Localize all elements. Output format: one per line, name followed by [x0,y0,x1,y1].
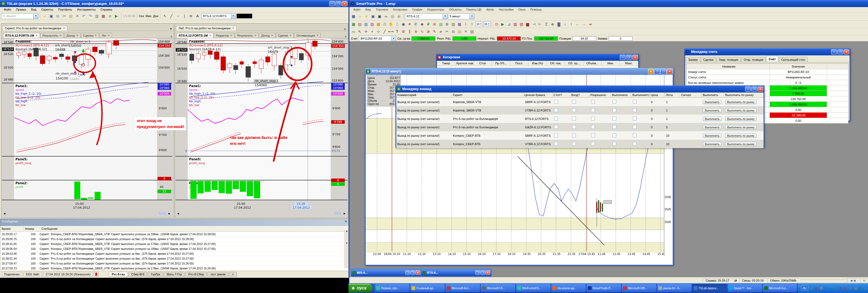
running-checkbox[interactable] [633,142,637,146]
menu-item[interactable]: Портфель [56,7,74,12]
run-icon[interactable]: ▶ [113,13,119,19]
workspace-tab[interactable]: Ртс-5-газ [109,272,128,277]
close-button[interactable]: ✕ [415,270,420,275]
menu-item[interactable]: Настройки [497,7,516,12]
close-tab-icon[interactable]: ✕ [76,34,79,37]
spin-field-2[interactable]: 10▲▼ [484,22,491,27]
workspace-tab[interactable]: тест риком [208,272,229,277]
users-icon[interactable]: ☻ [419,22,425,27]
entry-checkbox[interactable] [572,134,576,137]
smarttrade-titlebar[interactable]: ◔ SmartTrade Pro - 1.wsp [349,0,868,7]
col-allowed[interactable]: Разрешено [589,92,611,97]
command-row[interactable]: Выход по рынку (нет сигнала!) Корепов_SB… [396,98,764,106]
allowed-checkbox[interactable] [591,117,595,120]
workspace-tab[interactable]: ГазЛук [148,272,163,277]
menu-item[interactable]: Индикаторы [425,7,446,12]
minimize-button[interactable]: – [620,55,625,60]
col-lots[interactable]: Лоты [665,92,680,97]
done-checkbox[interactable] [613,125,616,129]
chart-icon[interactable]: ▥ [363,22,369,27]
running-checkbox[interactable] [633,125,637,129]
link-icon[interactable]: ∞ [383,13,389,19]
timeframe-unit[interactable]: Сек [139,14,144,18]
lab-chart[interactable]: 16'54016'52416'52016'50016'480154'400154… [176,38,347,216]
hline-icon[interactable]: − [175,13,181,19]
stop-checkbox[interactable] [554,117,558,120]
col-value[interactable]: Значение [770,64,827,69]
close-button[interactable]: ✕ [342,1,347,6]
menu-item[interactable]: Вид [29,7,38,12]
messages-scrollbar[interactable]: ▲▼ [344,230,349,268]
log-row[interactable]: 15:28:31.65 100 Скрипт: 'Korepov_СБЕР-ВТ… [0,241,349,246]
cross-v-icon[interactable]: ⊢ [537,22,543,27]
favorites-icon[interactable]: ★ [364,13,369,19]
command-row[interactable]: Выход по рынку (нет сигнала!) Korepov_СБ… [396,140,764,148]
allowed-checkbox[interactable] [591,142,595,146]
allowed-checkbox[interactable] [591,134,595,137]
tab-overflow-icon[interactable]: ≡ [170,35,172,38]
col-security[interactable]: Ценная бумага [523,92,553,97]
col-entry[interactable]: Вход? [570,92,589,97]
execute-button[interactable]: Выполнить [703,100,722,104]
chart-tab[interactable]: Лог✕ [99,33,112,38]
allowed-checkbox[interactable] [591,108,595,112]
log-row[interactable]: 15:29:00.75 100 Скрипт: 'Ртс-5-газ робот… [0,237,349,241]
close-tab-icon[interactable]: ✕ [230,34,232,37]
paste-icon[interactable]: ▤ [457,29,463,34]
command-row[interactable]: Выход по рынку (нет сигнала!) Корепов_SB… [396,106,764,115]
taskbar-task[interactable]: На реале ид... [552,284,586,292]
save-all-icon[interactable]: ▣ [376,13,382,19]
quotes-column[interactable]: Об. пр... [565,61,583,66]
menu-item[interactable]: Скрипты [39,7,55,12]
close-icon[interactable]: ✕ [345,220,347,225]
col-num[interactable]: Номер [24,226,40,231]
door-icon[interactable]: ▯ [394,22,400,27]
stop-checkbox[interactable] [554,142,558,146]
open-icon[interactable]: ▱ [357,13,363,19]
close-button[interactable]: ✕ [844,49,849,55]
chart-tab[interactable]: Результаты✕ [235,33,258,38]
crosshair-icon[interactable]: + [369,29,375,34]
running-checkbox[interactable] [633,134,637,137]
chart-tab[interactable]: RTS-6.12:FORTS:1M✕ [3,33,40,38]
taskbar-task[interactable]: Microsoft Offi... [622,284,656,292]
quotes-column[interactable]: Макс. [620,61,638,66]
clock-icon[interactable]: ◷ [493,22,499,27]
tab-overflow-icon[interactable]: ≡ [345,35,346,38]
list-icon[interactable]: ≣ [444,22,450,27]
tray-ok-icon[interactable]: ✔ [834,286,838,290]
menu-item[interactable]: Инструменты [75,7,98,12]
chart-tab[interactable]: Редактор✕ [214,33,235,38]
start-button[interactable]: ❖ пуск [348,284,372,292]
doc-tab-lab[interactable]: Лаб: Ртс-5-газ робот на боллинджере ✕ [176,26,237,31]
close-tab-icon[interactable]: ✕ [209,34,211,37]
broker-combo[interactable]: ✳ itinvest ▾ [1,13,38,19]
fibo-icon[interactable]: ≣ [400,29,406,34]
col-time[interactable]: Время [0,226,24,231]
command-manager-titlebar[interactable]: ▥ Менеджер команд – ❐ ✕ [396,85,764,92]
col-msg[interactable]: Сообщение [40,226,349,231]
text-icon[interactable]: A [194,13,200,19]
minimize-button[interactable]: – [831,49,837,55]
text-tool-icon[interactable]: T [394,29,400,34]
col-stop[interactable]: Стоп? [553,92,570,97]
minimize-button[interactable]: – [745,87,751,92]
properties-icon[interactable]: ▥ [94,13,100,19]
divide-icon[interactable]: ≑ [550,22,556,27]
close-tab-icon[interactable]: ✕ [35,34,38,37]
log-row[interactable]: 15:28:01.34 100 Скрипт: 'Ртс-5-газ робот… [0,256,349,261]
col-comment[interactable]: Комментарий [396,92,452,97]
instrument-combo[interactable]: RTS-6.12:FORTS ▾ [201,13,236,19]
log-row[interactable]: 15:27:03.73 100 Скрипт: 'Korepov_СБЕР-ВТ… [0,266,349,271]
col-execute-market[interactable]: Выполнить по рынку [724,92,764,97]
entry-checkbox[interactable] [572,125,576,129]
tray-k-icon[interactable]: K [838,286,843,290]
close-tab-icon[interactable]: ✕ [271,34,273,37]
link-script-icon[interactable]: ⧈ [107,13,113,19]
quotes-column[interactable]: Об. пок. [547,61,565,66]
arrow-end-icon[interactable]: ⇥ [587,22,593,27]
delete-icon[interactable]: ✕ [74,13,80,19]
allowed-checkbox[interactable] [591,125,595,129]
tick-down-icon[interactable]: ↓ [562,22,568,27]
del-icon[interactable]: ✕ [463,29,469,34]
